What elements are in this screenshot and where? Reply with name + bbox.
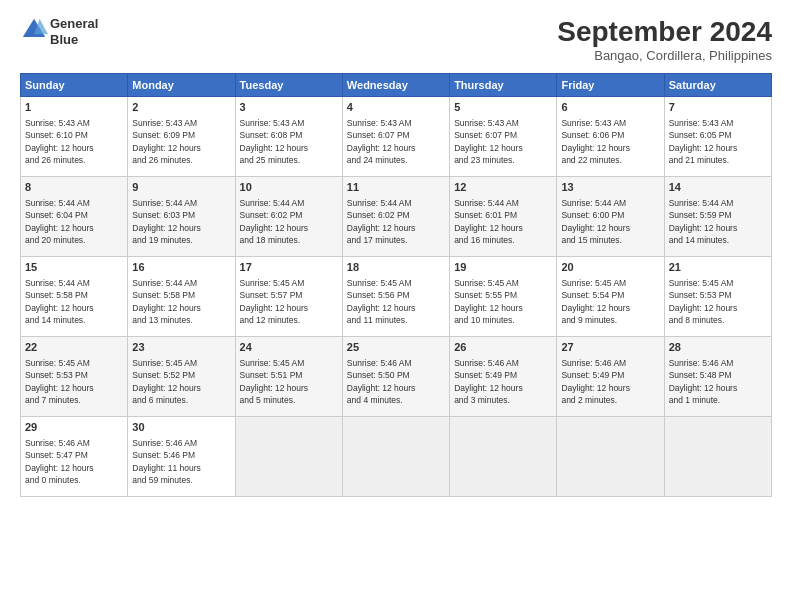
- table-row: 5Sunrise: 5:43 AMSunset: 6:07 PMDaylight…: [450, 97, 557, 177]
- title-block: September 2024 Bangao, Cordillera, Phili…: [557, 16, 772, 63]
- day-info: Daylight: 12 hours: [561, 222, 659, 234]
- table-row: 11Sunrise: 5:44 AMSunset: 6:02 PMDayligh…: [342, 177, 449, 257]
- day-info: and 14 minutes.: [669, 234, 767, 246]
- day-number: 21: [669, 260, 767, 276]
- col-saturday: Saturday: [664, 74, 771, 97]
- day-info: Sunset: 5:53 PM: [25, 369, 123, 381]
- day-info: and 8 minutes.: [669, 314, 767, 326]
- table-row: 27Sunrise: 5:46 AMSunset: 5:49 PMDayligh…: [557, 337, 664, 417]
- table-row: 28Sunrise: 5:46 AMSunset: 5:48 PMDayligh…: [664, 337, 771, 417]
- table-row: 29Sunrise: 5:46 AMSunset: 5:47 PMDayligh…: [21, 417, 128, 497]
- day-info: Sunset: 5:58 PM: [25, 289, 123, 301]
- day-info: Daylight: 12 hours: [25, 302, 123, 314]
- day-info: Daylight: 12 hours: [132, 382, 230, 394]
- day-info: Sunset: 6:02 PM: [240, 209, 338, 221]
- day-info: Sunset: 5:51 PM: [240, 369, 338, 381]
- col-tuesday: Tuesday: [235, 74, 342, 97]
- day-info: Sunrise: 5:46 AM: [669, 357, 767, 369]
- day-number: 3: [240, 100, 338, 116]
- day-info: Sunset: 5:59 PM: [669, 209, 767, 221]
- day-info: and 5 minutes.: [240, 394, 338, 406]
- day-info: Sunrise: 5:45 AM: [669, 277, 767, 289]
- day-info: Sunset: 5:57 PM: [240, 289, 338, 301]
- table-row: 30Sunrise: 5:46 AMSunset: 5:46 PMDayligh…: [128, 417, 235, 497]
- table-row: 16Sunrise: 5:44 AMSunset: 5:58 PMDayligh…: [128, 257, 235, 337]
- table-row: 21Sunrise: 5:45 AMSunset: 5:53 PMDayligh…: [664, 257, 771, 337]
- day-info: Sunset: 6:08 PM: [240, 129, 338, 141]
- day-info: Sunset: 5:47 PM: [25, 449, 123, 461]
- day-number: 15: [25, 260, 123, 276]
- col-thursday: Thursday: [450, 74, 557, 97]
- day-number: 20: [561, 260, 659, 276]
- day-info: Daylight: 12 hours: [669, 142, 767, 154]
- day-info: Daylight: 12 hours: [669, 382, 767, 394]
- day-info: and 18 minutes.: [240, 234, 338, 246]
- table-row: 26Sunrise: 5:46 AMSunset: 5:49 PMDayligh…: [450, 337, 557, 417]
- table-row: 18Sunrise: 5:45 AMSunset: 5:56 PMDayligh…: [342, 257, 449, 337]
- table-row: 12Sunrise: 5:44 AMSunset: 6:01 PMDayligh…: [450, 177, 557, 257]
- table-row: 25Sunrise: 5:46 AMSunset: 5:50 PMDayligh…: [342, 337, 449, 417]
- day-info: and 20 minutes.: [25, 234, 123, 246]
- table-row: [235, 417, 342, 497]
- calendar-table: Sunday Monday Tuesday Wednesday Thursday…: [20, 73, 772, 497]
- table-row: 15Sunrise: 5:44 AMSunset: 5:58 PMDayligh…: [21, 257, 128, 337]
- day-info: Sunset: 6:09 PM: [132, 129, 230, 141]
- day-info: and 21 minutes.: [669, 154, 767, 166]
- day-info: Sunrise: 5:43 AM: [240, 117, 338, 129]
- table-row: 1Sunrise: 5:43 AMSunset: 6:10 PMDaylight…: [21, 97, 128, 177]
- day-info: and 7 minutes.: [25, 394, 123, 406]
- day-info: Daylight: 12 hours: [347, 382, 445, 394]
- table-row: 17Sunrise: 5:45 AMSunset: 5:57 PMDayligh…: [235, 257, 342, 337]
- header-row: Sunday Monday Tuesday Wednesday Thursday…: [21, 74, 772, 97]
- day-info: Daylight: 12 hours: [25, 142, 123, 154]
- day-info: Sunrise: 5:45 AM: [132, 357, 230, 369]
- day-info: Sunrise: 5:43 AM: [669, 117, 767, 129]
- table-row: [450, 417, 557, 497]
- day-info: and 22 minutes.: [561, 154, 659, 166]
- day-info: Daylight: 12 hours: [454, 382, 552, 394]
- day-info: and 13 minutes.: [132, 314, 230, 326]
- day-info: Sunset: 6:04 PM: [25, 209, 123, 221]
- day-info: Daylight: 12 hours: [454, 222, 552, 234]
- week-row: 1Sunrise: 5:43 AMSunset: 6:10 PMDaylight…: [21, 97, 772, 177]
- day-info: and 10 minutes.: [454, 314, 552, 326]
- table-row: 2Sunrise: 5:43 AMSunset: 6:09 PMDaylight…: [128, 97, 235, 177]
- day-number: 7: [669, 100, 767, 116]
- day-info: and 0 minutes.: [25, 474, 123, 486]
- day-number: 8: [25, 180, 123, 196]
- day-info: and 24 minutes.: [347, 154, 445, 166]
- table-row: 10Sunrise: 5:44 AMSunset: 6:02 PMDayligh…: [235, 177, 342, 257]
- day-info: Daylight: 12 hours: [561, 142, 659, 154]
- day-number: 14: [669, 180, 767, 196]
- day-info: Sunset: 5:48 PM: [669, 369, 767, 381]
- day-info: Sunrise: 5:44 AM: [25, 197, 123, 209]
- day-info: Sunrise: 5:43 AM: [347, 117, 445, 129]
- day-number: 27: [561, 340, 659, 356]
- table-row: 14Sunrise: 5:44 AMSunset: 5:59 PMDayligh…: [664, 177, 771, 257]
- day-number: 19: [454, 260, 552, 276]
- day-info: and 3 minutes.: [454, 394, 552, 406]
- day-info: Sunrise: 5:45 AM: [25, 357, 123, 369]
- day-info: Sunset: 6:05 PM: [669, 129, 767, 141]
- table-row: 13Sunrise: 5:44 AMSunset: 6:00 PMDayligh…: [557, 177, 664, 257]
- day-info: Sunrise: 5:46 AM: [25, 437, 123, 449]
- day-info: Daylight: 12 hours: [240, 222, 338, 234]
- location-subtitle: Bangao, Cordillera, Philippines: [557, 48, 772, 63]
- day-info: Daylight: 12 hours: [347, 222, 445, 234]
- day-info: Sunrise: 5:45 AM: [240, 357, 338, 369]
- day-number: 23: [132, 340, 230, 356]
- day-info: Sunrise: 5:46 AM: [454, 357, 552, 369]
- col-friday: Friday: [557, 74, 664, 97]
- table-row: 20Sunrise: 5:45 AMSunset: 5:54 PMDayligh…: [557, 257, 664, 337]
- day-number: 30: [132, 420, 230, 436]
- day-info: Sunrise: 5:46 AM: [132, 437, 230, 449]
- col-sunday: Sunday: [21, 74, 128, 97]
- day-info: and 17 minutes.: [347, 234, 445, 246]
- day-info: and 11 minutes.: [347, 314, 445, 326]
- table-row: 7Sunrise: 5:43 AMSunset: 6:05 PMDaylight…: [664, 97, 771, 177]
- logo: General Blue: [20, 16, 98, 47]
- day-info: Daylight: 12 hours: [240, 142, 338, 154]
- day-info: Sunrise: 5:44 AM: [669, 197, 767, 209]
- day-info: and 9 minutes.: [561, 314, 659, 326]
- day-info: Sunset: 6:10 PM: [25, 129, 123, 141]
